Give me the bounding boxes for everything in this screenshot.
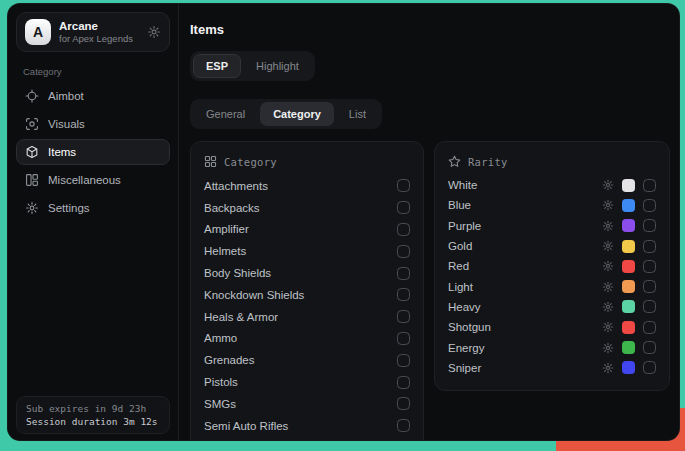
sidebar-item-aimbot[interactable]: Aimbot bbox=[16, 83, 170, 109]
checkbox[interactable] bbox=[643, 179, 656, 192]
checkbox[interactable] bbox=[643, 341, 656, 354]
category-row: Attachments bbox=[204, 175, 410, 197]
subscription-info-card: Sub expires in 9d 23h Session duration 3… bbox=[16, 396, 170, 434]
rarity-panel-title: Rarity bbox=[468, 156, 508, 168]
category-row: Knockdown Shields bbox=[204, 284, 410, 306]
items-tabs: GeneralCategoryList bbox=[190, 99, 382, 129]
gear-icon[interactable] bbox=[602, 301, 614, 313]
checkbox[interactable] bbox=[643, 361, 656, 374]
category-label: SMGs bbox=[204, 398, 236, 410]
page-title: Items bbox=[190, 22, 670, 37]
settings-gear-icon[interactable] bbox=[147, 25, 161, 39]
rarity-controls bbox=[602, 219, 656, 232]
gear-icon[interactable] bbox=[602, 199, 614, 211]
category-label: Backpacks bbox=[204, 202, 260, 214]
checkbox[interactable] bbox=[397, 245, 410, 258]
checkbox[interactable] bbox=[397, 288, 410, 301]
color-swatch[interactable] bbox=[622, 361, 635, 374]
rarity-panel: Rarity WhiteBluePurpleGoldRedLightHeavyS… bbox=[434, 141, 670, 391]
app-header-card: A Arcane for Apex Legends bbox=[16, 12, 170, 52]
checkbox[interactable] bbox=[397, 223, 410, 236]
gear-icon[interactable] bbox=[602, 179, 614, 191]
checkbox[interactable] bbox=[643, 240, 656, 253]
gear-icon[interactable] bbox=[602, 281, 614, 293]
category-row: Ammo bbox=[204, 328, 410, 350]
rarity-controls bbox=[602, 199, 656, 212]
color-swatch[interactable] bbox=[622, 219, 635, 232]
category-label: Grenades bbox=[204, 354, 255, 366]
segment-category[interactable]: Category bbox=[260, 102, 334, 126]
sub-expiry-text: Sub expires in 9d 23h bbox=[26, 403, 160, 414]
category-label: Helmets bbox=[204, 245, 246, 257]
checkbox[interactable] bbox=[643, 300, 656, 313]
checkbox[interactable] bbox=[397, 267, 410, 280]
crosshair-icon bbox=[25, 89, 39, 103]
gear-icon[interactable] bbox=[602, 362, 614, 374]
checkbox[interactable] bbox=[397, 310, 410, 323]
gear-icon[interactable] bbox=[602, 342, 614, 354]
grid-icon bbox=[204, 155, 217, 168]
gear-icon[interactable] bbox=[602, 220, 614, 232]
category-label: Semi Auto Rifles bbox=[204, 420, 288, 432]
category-row: Pistols bbox=[204, 371, 410, 393]
gear-icon[interactable] bbox=[602, 321, 614, 333]
rarity-label: Sniper bbox=[448, 362, 481, 374]
color-swatch[interactable] bbox=[622, 199, 635, 212]
checkbox[interactable] bbox=[643, 260, 656, 273]
gear-icon[interactable] bbox=[602, 240, 614, 252]
sidebar-item-settings[interactable]: Settings bbox=[16, 195, 170, 221]
color-swatch[interactable] bbox=[622, 280, 635, 293]
checkbox[interactable] bbox=[643, 199, 656, 212]
rarity-row: Energy bbox=[448, 337, 656, 357]
checkbox[interactable] bbox=[397, 419, 410, 432]
checkbox[interactable] bbox=[397, 354, 410, 367]
checkbox[interactable] bbox=[643, 321, 656, 334]
segment-highlight[interactable]: Highlight bbox=[243, 54, 312, 78]
segment-general[interactable]: General bbox=[193, 102, 258, 126]
checkbox[interactable] bbox=[397, 376, 410, 389]
layout-icon bbox=[25, 173, 39, 187]
rarity-label: White bbox=[448, 179, 477, 191]
rarity-controls bbox=[602, 240, 656, 253]
gear-icon[interactable] bbox=[602, 260, 614, 272]
checkbox[interactable] bbox=[643, 219, 656, 232]
checkbox[interactable] bbox=[397, 332, 410, 345]
category-row: SMGs bbox=[204, 393, 410, 415]
rarity-label: Red bbox=[448, 260, 469, 272]
color-swatch[interactable] bbox=[622, 240, 635, 253]
gear-icon bbox=[25, 201, 39, 215]
category-row: Semi Auto Rifles bbox=[204, 415, 410, 437]
category-row: Backpacks bbox=[204, 197, 410, 219]
category-row: Heals & Armor bbox=[204, 306, 410, 328]
rarity-row: Red bbox=[448, 256, 656, 276]
color-swatch[interactable] bbox=[622, 300, 635, 313]
sidebar-item-visuals[interactable]: Visuals bbox=[16, 111, 170, 137]
sidebar-item-label: Visuals bbox=[48, 118, 85, 130]
app-subtitle: for Apex Legends bbox=[59, 33, 139, 45]
color-swatch[interactable] bbox=[622, 341, 635, 354]
rarity-row: Shotgun bbox=[448, 317, 656, 337]
checkbox[interactable] bbox=[643, 280, 656, 293]
color-swatch[interactable] bbox=[622, 260, 635, 273]
color-swatch[interactable] bbox=[622, 321, 635, 334]
segment-esp[interactable]: ESP bbox=[193, 54, 241, 78]
category-panel-title: Category bbox=[224, 156, 277, 168]
rarity-label: Shotgun bbox=[448, 321, 491, 333]
segment-list[interactable]: List bbox=[336, 102, 379, 126]
color-swatch[interactable] bbox=[622, 179, 635, 192]
checkbox[interactable] bbox=[397, 201, 410, 214]
rarity-label: Gold bbox=[448, 240, 472, 252]
checkbox[interactable] bbox=[397, 179, 410, 192]
sidebar-item-miscellaneous[interactable]: Miscellaneous bbox=[16, 167, 170, 193]
rarity-row: Heavy bbox=[448, 297, 656, 317]
cube-icon bbox=[25, 145, 39, 159]
rarity-controls bbox=[602, 361, 656, 374]
category-row: Grenades bbox=[204, 349, 410, 371]
rarity-controls bbox=[602, 179, 656, 192]
sidebar: A Arcane for Apex Legends Category Aimbo… bbox=[8, 4, 179, 440]
rarity-list: WhiteBluePurpleGoldRedLightHeavyShotgunE… bbox=[448, 175, 656, 378]
rarity-row: Gold bbox=[448, 236, 656, 256]
rarity-row: Sniper bbox=[448, 358, 656, 378]
sidebar-item-items[interactable]: Items bbox=[16, 139, 170, 165]
checkbox[interactable] bbox=[397, 397, 410, 410]
